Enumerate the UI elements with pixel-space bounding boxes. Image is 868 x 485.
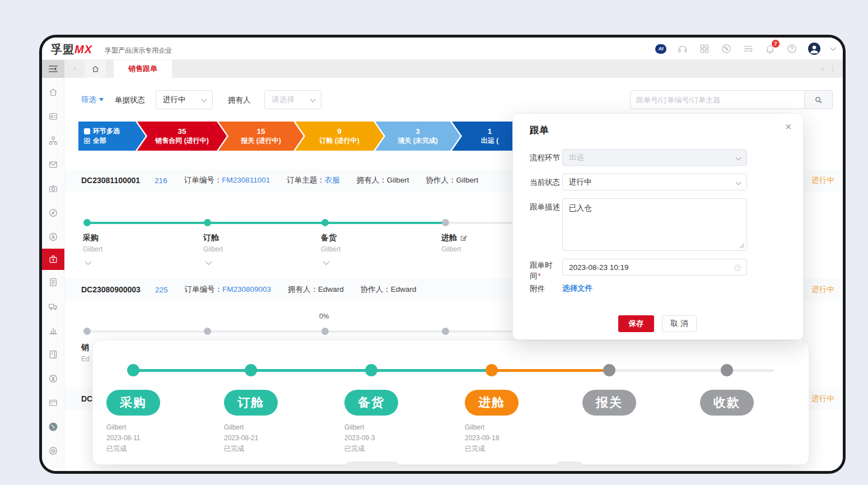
stage-count: 15 [256,127,265,136]
step-expander-icon[interactable] [205,261,212,265]
step-dot[interactable] [442,328,449,335]
sidebar-item-whatsapp[interactable] [42,414,64,439]
sidebar-item-cards[interactable] [42,390,64,414]
sidebar-item-explore[interactable] [42,200,64,225]
whatsapp-filled-icon [48,422,58,432]
order-no-label: 订单编号： [184,285,222,293]
step-expander-icon[interactable] [85,261,92,265]
stage-segment-booking[interactable]: 9订舱 (进行中) [295,122,384,151]
popup-step-pill[interactable]: 订舱 [224,390,278,416]
tab-more-icon[interactable]: ⋮ [829,64,836,73]
popup-step-dot[interactable] [127,364,139,376]
user-avatar[interactable] [808,43,820,55]
tab-forward-icon[interactable]: › [821,64,824,73]
popup-line-current [492,369,609,372]
popup-step-detail: Gilbert 2023-09-18 已完成 [465,422,499,454]
filter-toggle[interactable]: 筛选 [81,95,104,105]
order-id: DC23080900003 [81,285,141,294]
top-bar: 孚盟MX 孚盟产品演示专用企业 AI 7 [42,38,843,60]
step-dot[interactable] [83,219,91,226]
sidebar-item-mail[interactable] [42,152,64,176]
popup-step-dot[interactable] [603,364,615,376]
step-expander-icon[interactable] [323,261,330,265]
sidebar-item-marketing[interactable] [42,225,64,249]
step-dot[interactable] [204,328,211,335]
popup-step-date: 2023-08-21 [224,433,258,444]
popup-step-pill[interactable]: 报关 [582,390,636,416]
stage-segment-clearance[interactable]: 3清关 (未完成) [375,122,460,151]
sidebar-item-contacts[interactable] [42,104,64,128]
stage-segment-contract[interactable]: 35销售合同 (进行中) [137,122,227,151]
filter-caret-icon [99,98,104,101]
doc-status-select[interactable]: 进行中 [156,90,213,109]
sidebar-item-sales-tracking-active[interactable] [42,249,64,270]
sidebar-item-home[interactable] [42,80,64,104]
order-count-link[interactable]: 216 [155,176,167,185]
collapse-menu-icon[interactable] [42,60,64,78]
description-value: 已入仓 [569,203,592,213]
horizontal-scrollbar-thumb[interactable] [346,461,399,469]
notifications-bell-icon[interactable]: 7 [764,43,776,54]
sidebar-item-documents[interactable] [42,270,64,294]
popup-step-dot[interactable] [245,364,257,376]
stage-all-segment[interactable]: 环节多选 全部 [78,122,146,151]
avatar-chevron-down-icon[interactable] [830,45,836,51]
order-count-link[interactable]: 225 [155,286,168,294]
search-button[interactable] [805,90,833,109]
popup-step-status: 已完成 [224,444,258,454]
tab-back-icon[interactable]: ‹ [73,64,76,73]
home-tab-icon[interactable] [85,60,106,78]
multiselect-checkbox[interactable] [84,128,90,134]
step-dot[interactable] [321,328,329,335]
description-textarea[interactable]: 已入仓 [562,198,747,251]
stage-count: 3 [416,127,420,136]
task-list-icon[interactable] [743,43,754,54]
popup-step-status: 已完成 [344,444,375,454]
stage-segment-customs[interactable]: 15报关 (进行中) [218,122,304,151]
popup-step-pill[interactable]: 采购 [106,390,160,416]
subject-link[interactable]: 衣服 [325,176,340,184]
sidebar-item-organization[interactable] [42,128,64,152]
step-dot[interactable] [442,219,449,226]
ai-assistant-button[interactable]: AI [655,43,666,54]
owner-select[interactable]: 请选择 [264,90,321,109]
order-no-link[interactable]: FM230809003 [222,285,271,293]
support-headset-icon[interactable] [677,43,688,54]
popup-step-dot[interactable] [365,364,377,376]
tab-bar: ‹ 销售跟单 › ⋮ [42,60,843,78]
close-icon[interactable]: × [785,120,792,133]
save-button[interactable]: 保存 [618,315,654,332]
choose-file-link[interactable]: 选择文件 [562,283,592,293]
popup-step-pill[interactable]: 备货 [344,390,398,416]
step-dot[interactable] [83,328,91,335]
cancel-button[interactable]: 取 消 [662,315,697,332]
popup-step-dot[interactable] [486,364,498,376]
help-icon[interactable] [786,43,797,54]
popup-step-dot[interactable] [721,364,733,376]
sidebar-item-reports[interactable] [42,318,64,342]
tracking-time-input[interactable]: 2023-08-23 10:19 [562,259,747,276]
sidebar [42,78,64,471]
resize-handle-icon[interactable] [739,243,745,249]
apps-grid-icon[interactable] [699,43,710,54]
sidebar-item-products[interactable] [42,176,64,200]
tab-sales-tracking[interactable]: 销售跟单 [114,60,172,78]
step-dot[interactable] [204,219,211,226]
sidebar-item-logistics[interactable] [42,294,64,318]
stage-count: 1 [488,127,492,136]
step-dot[interactable] [321,219,329,226]
order-no-link[interactable]: FM230811001 [222,176,270,184]
whatsapp-icon[interactable] [721,43,732,54]
sidebar-item-knowledge[interactable] [42,342,64,366]
popup-step-pill[interactable]: 进舱 [465,390,519,416]
sidebar-item-settings[interactable] [42,439,64,463]
popup-step-pill[interactable]: 收款 [700,390,754,416]
search-input[interactable] [630,90,805,109]
current-status-select[interactable]: 进行中 [562,174,747,190]
process-step-select[interactable]: 出运 [562,149,747,166]
edit-icon[interactable] [460,235,467,242]
popup-line-todo [609,369,727,372]
horizontal-scrollbar-thumb[interactable] [556,461,583,469]
sidebar-item-finance[interactable] [42,366,64,390]
chevron-down-icon [202,97,207,102]
